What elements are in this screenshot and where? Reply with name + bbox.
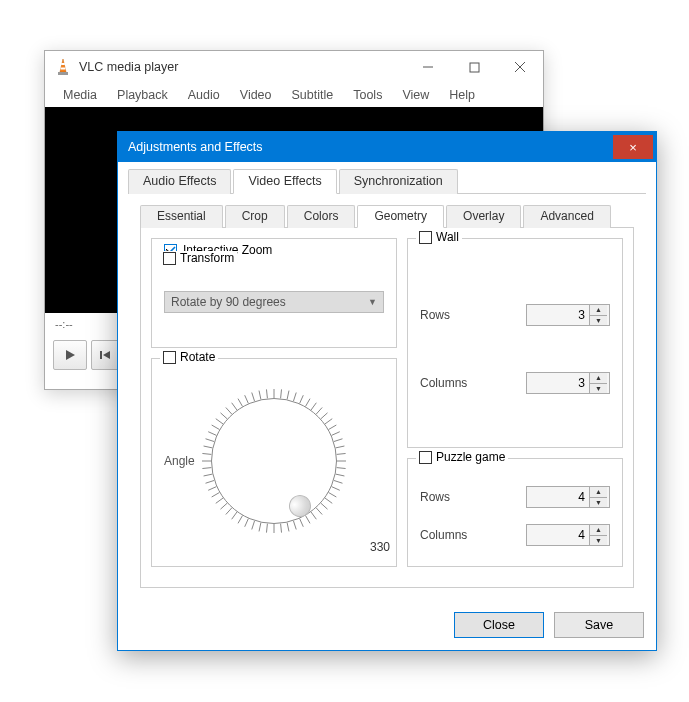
svg-marker-10 bbox=[103, 351, 110, 359]
spinner-up-icon[interactable]: ▲ bbox=[590, 373, 607, 384]
svg-line-56 bbox=[266, 389, 267, 398]
svg-line-52 bbox=[238, 398, 243, 406]
close-button[interactable]: Close bbox=[454, 612, 544, 638]
svg-rect-5 bbox=[470, 63, 479, 72]
spinner-down-icon[interactable]: ▼ bbox=[590, 536, 607, 546]
spinner-up-icon[interactable]: ▲ bbox=[590, 305, 607, 316]
wall-rows-input[interactable] bbox=[527, 305, 589, 325]
rotate-group: Rotate Angle 330 bbox=[151, 358, 397, 567]
svg-line-47 bbox=[212, 425, 220, 430]
puzzle-rows-spinner[interactable]: ▲▼ bbox=[526, 486, 610, 508]
subtab-colors[interactable]: Colors bbox=[287, 205, 356, 228]
svg-line-15 bbox=[334, 480, 343, 483]
subtab-geometry[interactable]: Geometry bbox=[357, 205, 444, 228]
chevron-down-icon: ▼ bbox=[368, 297, 377, 307]
spinner-up-icon[interactable]: ▲ bbox=[590, 487, 607, 498]
puzzle-cols-input[interactable] bbox=[527, 525, 589, 545]
subtab-advanced[interactable]: Advanced bbox=[523, 205, 610, 228]
minimize-button[interactable] bbox=[405, 52, 451, 82]
svg-line-51 bbox=[232, 402, 237, 409]
menu-media[interactable]: Media bbox=[55, 86, 105, 104]
transform-label: Transform bbox=[180, 251, 234, 265]
svg-rect-1 bbox=[61, 63, 65, 65]
svg-marker-8 bbox=[66, 350, 75, 360]
svg-line-62 bbox=[306, 398, 311, 406]
sub-tabs: Essential Crop Colors Geometry Overlay A… bbox=[140, 204, 634, 228]
play-button[interactable] bbox=[53, 340, 87, 370]
svg-line-48 bbox=[216, 418, 223, 423]
menu-audio[interactable]: Audio bbox=[180, 86, 228, 104]
spinner-down-icon[interactable]: ▼ bbox=[590, 316, 607, 326]
svg-line-36 bbox=[216, 498, 223, 503]
geometry-panel: Interactive Zoom Transform Rotate by 90 … bbox=[140, 228, 634, 588]
puzzle-checkbox[interactable] bbox=[419, 451, 432, 464]
dialog-titlebar[interactable]: Adjustments and Effects × bbox=[118, 132, 656, 162]
svg-line-64 bbox=[316, 407, 322, 414]
svg-line-53 bbox=[245, 395, 249, 403]
dialog-buttons: Close Save bbox=[118, 600, 656, 650]
rotate-checkbox[interactable] bbox=[163, 351, 176, 364]
top-tabs: Audio Effects Video Effects Synchronizat… bbox=[128, 168, 646, 194]
subtab-essential[interactable]: Essential bbox=[140, 205, 223, 228]
save-button[interactable]: Save bbox=[554, 612, 644, 638]
svg-line-49 bbox=[220, 412, 227, 418]
svg-line-68 bbox=[332, 431, 340, 435]
wall-cols-spinner[interactable]: ▲▼ bbox=[526, 372, 610, 394]
rotate-dial[interactable] bbox=[199, 386, 349, 536]
spinner-down-icon[interactable]: ▼ bbox=[590, 498, 607, 508]
svg-line-34 bbox=[226, 507, 232, 514]
elapsed-time[interactable]: --:-- bbox=[55, 318, 73, 330]
puzzle-cols-label: Columns bbox=[420, 528, 467, 542]
transform-checkbox[interactable] bbox=[163, 252, 176, 265]
svg-line-26 bbox=[281, 523, 282, 532]
subtab-crop[interactable]: Crop bbox=[225, 205, 285, 228]
svg-line-33 bbox=[232, 511, 237, 518]
spinner-down-icon[interactable]: ▼ bbox=[590, 384, 607, 394]
spinner-up-icon[interactable]: ▲ bbox=[590, 525, 607, 536]
svg-line-43 bbox=[202, 453, 211, 454]
wall-label: Wall bbox=[436, 230, 459, 244]
menu-tools[interactable]: Tools bbox=[345, 86, 390, 104]
menu-bar: Media Playback Audio Video Subtitle Tool… bbox=[45, 83, 543, 107]
tab-video-effects[interactable]: Video Effects bbox=[233, 169, 336, 194]
transform-group: Interactive Zoom Transform Rotate by 90 … bbox=[151, 238, 397, 348]
titlebar[interactable]: VLC media player bbox=[45, 51, 543, 83]
svg-line-22 bbox=[306, 515, 311, 523]
svg-line-20 bbox=[316, 507, 322, 514]
puzzle-cols-spinner[interactable]: ▲▼ bbox=[526, 524, 610, 546]
svg-line-71 bbox=[337, 453, 346, 454]
wall-checkbox[interactable] bbox=[419, 231, 432, 244]
svg-line-54 bbox=[252, 392, 255, 401]
wall-rows-spinner[interactable]: ▲▼ bbox=[526, 304, 610, 326]
tab-audio-effects[interactable]: Audio Effects bbox=[128, 169, 231, 194]
prev-button[interactable] bbox=[91, 340, 119, 370]
svg-line-45 bbox=[206, 438, 215, 441]
angle-value: 330 bbox=[370, 540, 390, 554]
menu-view[interactable]: View bbox=[394, 86, 437, 104]
play-icon bbox=[64, 349, 76, 361]
maximize-button[interactable] bbox=[451, 52, 497, 82]
menu-subtitle[interactable]: Subtitle bbox=[284, 86, 342, 104]
dialog-close-button[interactable]: × bbox=[613, 135, 653, 159]
svg-line-55 bbox=[259, 390, 261, 399]
svg-rect-2 bbox=[61, 68, 66, 70]
svg-line-18 bbox=[325, 498, 332, 503]
svg-line-25 bbox=[287, 522, 289, 531]
svg-line-31 bbox=[245, 518, 249, 526]
menu-help[interactable]: Help bbox=[441, 86, 483, 104]
menu-video[interactable]: Video bbox=[232, 86, 280, 104]
svg-line-69 bbox=[334, 438, 343, 441]
subtab-overlay[interactable]: Overlay bbox=[446, 205, 521, 228]
svg-line-29 bbox=[259, 522, 261, 531]
transform-dropdown-value: Rotate by 90 degrees bbox=[171, 295, 286, 309]
tab-synchronization[interactable]: Synchronization bbox=[339, 169, 458, 194]
transform-dropdown[interactable]: Rotate by 90 degrees ▼ bbox=[164, 291, 384, 313]
puzzle-rows-input[interactable] bbox=[527, 487, 589, 507]
menu-playback[interactable]: Playback bbox=[109, 86, 176, 104]
svg-line-37 bbox=[212, 492, 220, 497]
puzzle-rows-label: Rows bbox=[420, 490, 450, 504]
svg-line-14 bbox=[336, 474, 345, 476]
wall-cols-input[interactable] bbox=[527, 373, 589, 393]
angle-label: Angle bbox=[164, 454, 195, 468]
close-button[interactable] bbox=[497, 52, 543, 82]
